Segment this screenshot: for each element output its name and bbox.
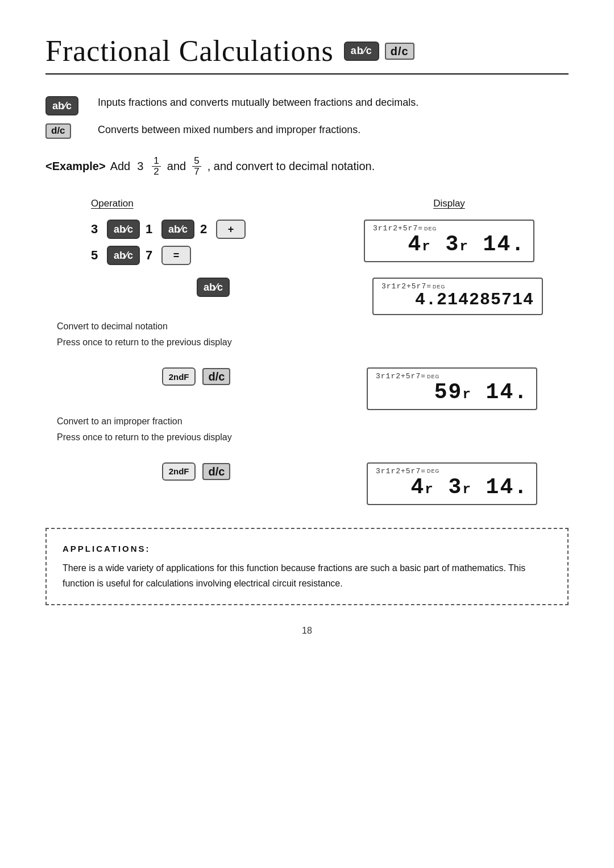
fraction-2: 5 7 — [192, 156, 201, 177]
key-2ndf-step4: 2ndF — [162, 462, 196, 481]
legend-dc-key: d/c — [45, 123, 71, 139]
step2-section: ab⁄c 3r1r2+5r7= DEG 4.214285714 Convert … — [45, 278, 569, 349]
key-plus: + — [216, 220, 246, 239]
legend-dc-key-cell: d/c — [45, 122, 85, 139]
title-divider — [45, 73, 569, 75]
step2-keys: ab⁄c — [45, 278, 324, 297]
legend-row-abc: ab⁄c Inputs fractions and converts mutua… — [45, 95, 569, 115]
operation-header: Operation — [91, 198, 134, 209]
step4-section: 2ndF d/c 3r1r2+5r7= DEG 4r 3r 14. — [45, 462, 569, 505]
step3-inner: 2ndF d/c 3r1r2+5r7= DEG 59r 14. — [45, 367, 569, 410]
key-dc-step3: d/c — [202, 368, 230, 385]
legend-row-dc: d/c Converts between mixed numbers and i… — [45, 122, 569, 139]
operation-column: Operation 3 ab⁄c 1 ab⁄c 2 + 5 ab⁄c 7 = — [45, 198, 330, 272]
page-title-text: Fractional Calculations — [45, 34, 334, 68]
step2-note2: Press once to return to the previous dis… — [45, 336, 569, 349]
page-title-row: Fractional Calculations ab⁄c d/c — [45, 34, 569, 68]
step3-section: 2ndF d/c 3r1r2+5r7= DEG 59r 14. Convert … — [45, 367, 569, 444]
applications-title: APPLICATIONS: — [63, 542, 551, 556]
op-row-1a: 3 ab⁄c 1 ab⁄c 2 + — [91, 220, 246, 239]
display-step3: 3r1r2+5r7= DEG 59r 14. — [367, 367, 537, 410]
legend-abc-desc: Inputs fractions and converts mutually b… — [98, 95, 569, 110]
title-dc-key: d/c — [385, 43, 414, 60]
legend-abc-key: ab⁄c — [45, 96, 78, 115]
display-header: Display — [433, 198, 465, 209]
example-and: and — [167, 160, 186, 173]
key-equals: = — [161, 246, 191, 265]
display-step1: 3r1r2+5r7= DEG 4r 3r 14. — [364, 220, 534, 262]
step3-keys: 2ndF d/c — [45, 367, 313, 386]
example-line: <Example> Add 3 1 2 and 5 7 , and conver… — [45, 156, 569, 177]
title-abc-key: ab⁄c — [344, 42, 379, 61]
example-text-before: Add — [110, 160, 131, 173]
op-row-1b: 5 ab⁄c 7 = — [91, 246, 191, 265]
display-column: Display 3r1r2+5r7= DEG 4r 3r 14. — [330, 198, 569, 262]
key-abc-step2: ab⁄c — [197, 278, 230, 297]
example-label: <Example> — [45, 160, 106, 173]
step3-note2: Press once to return to the previous dis… — [45, 431, 569, 444]
key-2ndf-step3: 2ndF — [162, 367, 196, 386]
display-step4: 3r1r2+5r7= DEG 4r 3r 14. — [367, 462, 537, 505]
key-dc-step4: d/c — [202, 463, 230, 480]
step3-note1: Convert to an improper fraction — [45, 415, 569, 428]
fraction-1: 1 2 — [152, 156, 160, 177]
applications-text: There is a wide variety of applications … — [63, 560, 551, 591]
key-abc-3: ab⁄c — [107, 246, 140, 265]
step2-inner: ab⁄c 3r1r2+5r7= DEG 4.214285714 — [45, 278, 569, 315]
legend-section: ab⁄c Inputs fractions and converts mutua… — [45, 95, 569, 139]
step4-keys: 2ndF d/c — [45, 462, 313, 481]
key-abc-1: ab⁄c — [107, 220, 140, 239]
display-step2: 3r1r2+5r7= DEG 4.214285714 — [372, 278, 543, 315]
legend-abc-key-cell: ab⁄c — [45, 95, 85, 115]
title-keys: ab⁄c d/c — [344, 42, 414, 61]
op-display-headers: Operation 3 ab⁄c 1 ab⁄c 2 + 5 ab⁄c 7 = D… — [45, 198, 569, 272]
step4-inner: 2ndF d/c 3r1r2+5r7= DEG 4r 3r 14. — [45, 462, 569, 505]
applications-box: APPLICATIONS: There is a wide variety of… — [45, 528, 569, 605]
step2-note1: Convert to decimal notation — [45, 320, 569, 333]
page-number: 18 — [45, 626, 569, 636]
example-text-after: , and convert to decimal notation. — [208, 160, 375, 173]
key-abc-2: ab⁄c — [161, 220, 194, 239]
legend-dc-desc: Converts between mixed numbers and impro… — [98, 122, 569, 138]
example-section: <Example> Add 3 1 2 and 5 7 , and conver… — [45, 156, 569, 177]
